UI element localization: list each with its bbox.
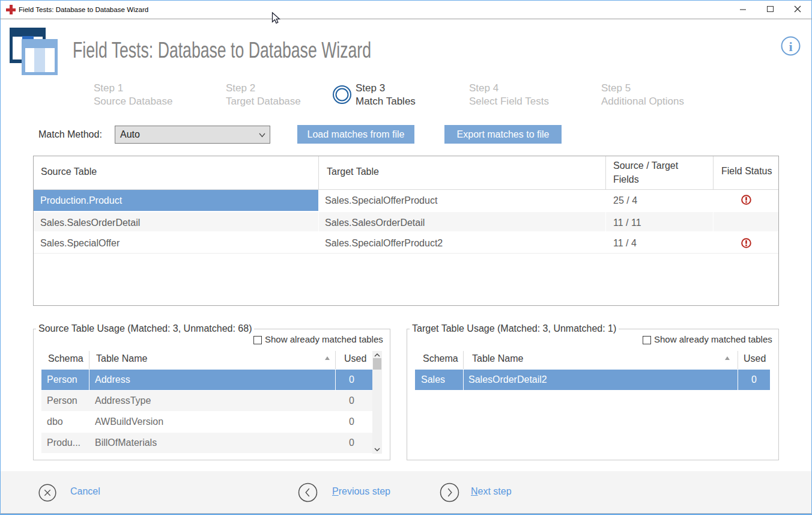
svg-text:i: i xyxy=(789,39,792,54)
